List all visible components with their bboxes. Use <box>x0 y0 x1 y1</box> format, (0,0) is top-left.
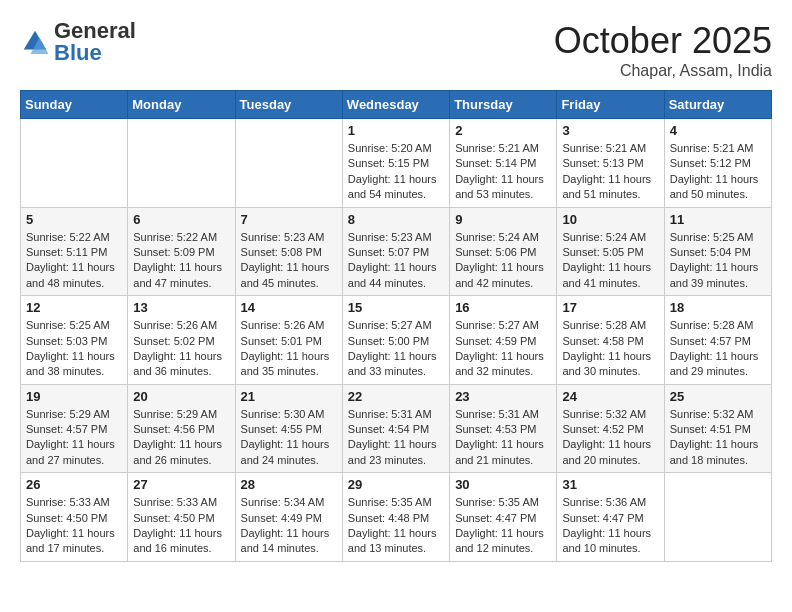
day-number: 17 <box>562 300 658 315</box>
day-info: Sunrise: 5:35 AM Sunset: 4:47 PM Dayligh… <box>455 495 551 557</box>
day-info: Sunrise: 5:27 AM Sunset: 5:00 PM Dayligh… <box>348 318 444 380</box>
page-header: General Blue October 2025 Chapar, Assam,… <box>20 20 772 80</box>
day-cell: 4Sunrise: 5:21 AM Sunset: 5:12 PM Daylig… <box>664 119 771 208</box>
day-info: Sunrise: 5:31 AM Sunset: 4:53 PM Dayligh… <box>455 407 551 469</box>
day-cell: 22Sunrise: 5:31 AM Sunset: 4:54 PM Dayli… <box>342 384 449 473</box>
day-number: 1 <box>348 123 444 138</box>
week-row-5: 26Sunrise: 5:33 AM Sunset: 4:50 PM Dayli… <box>21 473 772 562</box>
day-info: Sunrise: 5:31 AM Sunset: 4:54 PM Dayligh… <box>348 407 444 469</box>
day-cell: 26Sunrise: 5:33 AM Sunset: 4:50 PM Dayli… <box>21 473 128 562</box>
day-cell: 2Sunrise: 5:21 AM Sunset: 5:14 PM Daylig… <box>450 119 557 208</box>
day-cell: 14Sunrise: 5:26 AM Sunset: 5:01 PM Dayli… <box>235 296 342 385</box>
day-number: 2 <box>455 123 551 138</box>
header-sunday: Sunday <box>21 91 128 119</box>
day-number: 24 <box>562 389 658 404</box>
day-cell: 7Sunrise: 5:23 AM Sunset: 5:08 PM Daylig… <box>235 207 342 296</box>
day-info: Sunrise: 5:25 AM Sunset: 5:04 PM Dayligh… <box>670 230 766 292</box>
header-tuesday: Tuesday <box>235 91 342 119</box>
day-info: Sunrise: 5:33 AM Sunset: 4:50 PM Dayligh… <box>133 495 229 557</box>
day-info: Sunrise: 5:23 AM Sunset: 5:07 PM Dayligh… <box>348 230 444 292</box>
week-row-2: 5Sunrise: 5:22 AM Sunset: 5:11 PM Daylig… <box>21 207 772 296</box>
day-number: 28 <box>241 477 337 492</box>
calendar-body: 1Sunrise: 5:20 AM Sunset: 5:15 PM Daylig… <box>21 119 772 562</box>
day-info: Sunrise: 5:27 AM Sunset: 4:59 PM Dayligh… <box>455 318 551 380</box>
header-monday: Monday <box>128 91 235 119</box>
header-friday: Friday <box>557 91 664 119</box>
day-cell: 13Sunrise: 5:26 AM Sunset: 5:02 PM Dayli… <box>128 296 235 385</box>
day-info: Sunrise: 5:33 AM Sunset: 4:50 PM Dayligh… <box>26 495 122 557</box>
day-cell: 30Sunrise: 5:35 AM Sunset: 4:47 PM Dayli… <box>450 473 557 562</box>
day-number: 8 <box>348 212 444 227</box>
day-info: Sunrise: 5:21 AM Sunset: 5:14 PM Dayligh… <box>455 141 551 203</box>
week-row-1: 1Sunrise: 5:20 AM Sunset: 5:15 PM Daylig… <box>21 119 772 208</box>
day-cell: 8Sunrise: 5:23 AM Sunset: 5:07 PM Daylig… <box>342 207 449 296</box>
day-number: 16 <box>455 300 551 315</box>
header-saturday: Saturday <box>664 91 771 119</box>
day-number: 5 <box>26 212 122 227</box>
day-number: 29 <box>348 477 444 492</box>
logo-icon <box>20 27 50 57</box>
header-thursday: Thursday <box>450 91 557 119</box>
logo: General Blue <box>20 20 136 64</box>
day-cell: 18Sunrise: 5:28 AM Sunset: 4:57 PM Dayli… <box>664 296 771 385</box>
day-cell: 31Sunrise: 5:36 AM Sunset: 4:47 PM Dayli… <box>557 473 664 562</box>
day-cell: 11Sunrise: 5:25 AM Sunset: 5:04 PM Dayli… <box>664 207 771 296</box>
week-row-4: 19Sunrise: 5:29 AM Sunset: 4:57 PM Dayli… <box>21 384 772 473</box>
day-number: 25 <box>670 389 766 404</box>
month-title: October 2025 <box>554 20 772 62</box>
day-number: 23 <box>455 389 551 404</box>
day-cell: 10Sunrise: 5:24 AM Sunset: 5:05 PM Dayli… <box>557 207 664 296</box>
day-cell: 25Sunrise: 5:32 AM Sunset: 4:51 PM Dayli… <box>664 384 771 473</box>
day-info: Sunrise: 5:21 AM Sunset: 5:12 PM Dayligh… <box>670 141 766 203</box>
day-cell: 29Sunrise: 5:35 AM Sunset: 4:48 PM Dayli… <box>342 473 449 562</box>
day-info: Sunrise: 5:35 AM Sunset: 4:48 PM Dayligh… <box>348 495 444 557</box>
header-wednesday: Wednesday <box>342 91 449 119</box>
day-number: 20 <box>133 389 229 404</box>
day-cell: 12Sunrise: 5:25 AM Sunset: 5:03 PM Dayli… <box>21 296 128 385</box>
day-info: Sunrise: 5:24 AM Sunset: 5:06 PM Dayligh… <box>455 230 551 292</box>
day-info: Sunrise: 5:29 AM Sunset: 4:57 PM Dayligh… <box>26 407 122 469</box>
day-cell: 9Sunrise: 5:24 AM Sunset: 5:06 PM Daylig… <box>450 207 557 296</box>
day-number: 3 <box>562 123 658 138</box>
day-info: Sunrise: 5:32 AM Sunset: 4:52 PM Dayligh… <box>562 407 658 469</box>
day-cell <box>21 119 128 208</box>
day-cell: 27Sunrise: 5:33 AM Sunset: 4:50 PM Dayli… <box>128 473 235 562</box>
day-info: Sunrise: 5:30 AM Sunset: 4:55 PM Dayligh… <box>241 407 337 469</box>
day-number: 26 <box>26 477 122 492</box>
day-cell: 3Sunrise: 5:21 AM Sunset: 5:13 PM Daylig… <box>557 119 664 208</box>
day-number: 6 <box>133 212 229 227</box>
day-cell: 5Sunrise: 5:22 AM Sunset: 5:11 PM Daylig… <box>21 207 128 296</box>
day-info: Sunrise: 5:20 AM Sunset: 5:15 PM Dayligh… <box>348 141 444 203</box>
day-number: 11 <box>670 212 766 227</box>
day-number: 30 <box>455 477 551 492</box>
day-number: 22 <box>348 389 444 404</box>
day-number: 9 <box>455 212 551 227</box>
day-number: 13 <box>133 300 229 315</box>
day-number: 15 <box>348 300 444 315</box>
day-info: Sunrise: 5:23 AM Sunset: 5:08 PM Dayligh… <box>241 230 337 292</box>
day-info: Sunrise: 5:21 AM Sunset: 5:13 PM Dayligh… <box>562 141 658 203</box>
day-cell <box>235 119 342 208</box>
day-info: Sunrise: 5:22 AM Sunset: 5:09 PM Dayligh… <box>133 230 229 292</box>
day-number: 31 <box>562 477 658 492</box>
day-info: Sunrise: 5:28 AM Sunset: 4:58 PM Dayligh… <box>562 318 658 380</box>
day-info: Sunrise: 5:22 AM Sunset: 5:11 PM Dayligh… <box>26 230 122 292</box>
subtitle: Chapar, Assam, India <box>554 62 772 80</box>
day-number: 19 <box>26 389 122 404</box>
day-cell: 23Sunrise: 5:31 AM Sunset: 4:53 PM Dayli… <box>450 384 557 473</box>
day-number: 14 <box>241 300 337 315</box>
day-cell: 1Sunrise: 5:20 AM Sunset: 5:15 PM Daylig… <box>342 119 449 208</box>
day-number: 10 <box>562 212 658 227</box>
day-number: 7 <box>241 212 337 227</box>
day-info: Sunrise: 5:25 AM Sunset: 5:03 PM Dayligh… <box>26 318 122 380</box>
calendar-header-row: SundayMondayTuesdayWednesdayThursdayFrid… <box>21 91 772 119</box>
day-cell: 21Sunrise: 5:30 AM Sunset: 4:55 PM Dayli… <box>235 384 342 473</box>
day-info: Sunrise: 5:26 AM Sunset: 5:01 PM Dayligh… <box>241 318 337 380</box>
day-cell: 6Sunrise: 5:22 AM Sunset: 5:09 PM Daylig… <box>128 207 235 296</box>
calendar-table: SundayMondayTuesdayWednesdayThursdayFrid… <box>20 90 772 562</box>
title-block: October 2025 Chapar, Assam, India <box>554 20 772 80</box>
day-cell <box>128 119 235 208</box>
day-info: Sunrise: 5:24 AM Sunset: 5:05 PM Dayligh… <box>562 230 658 292</box>
day-info: Sunrise: 5:28 AM Sunset: 4:57 PM Dayligh… <box>670 318 766 380</box>
logo-blue: Blue <box>54 40 102 65</box>
